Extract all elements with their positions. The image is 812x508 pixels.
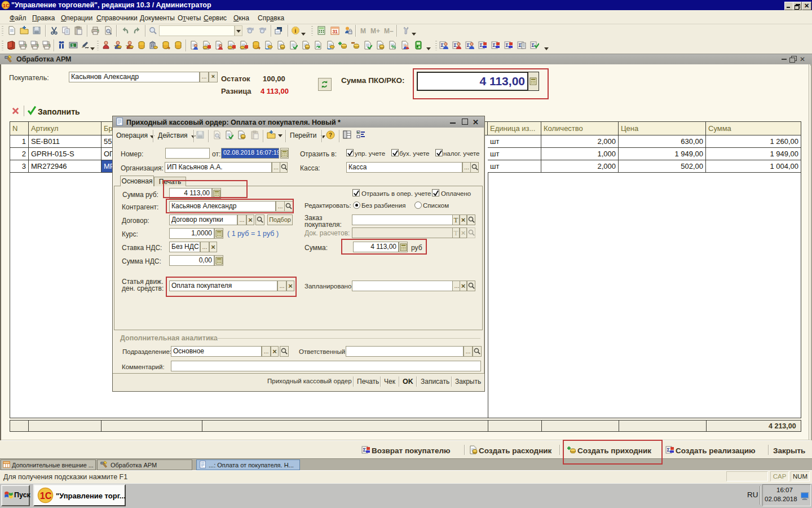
svg-text:1С: 1С [40,491,52,501]
svg-text:?: ? [329,132,332,138]
svg-text:1С: 1С [3,3,10,8]
